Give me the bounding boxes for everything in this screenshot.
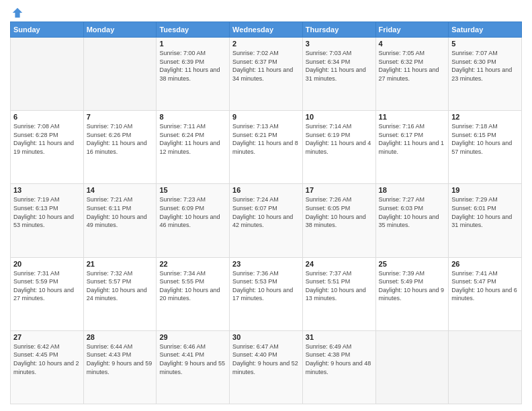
day-number: 3: [306, 40, 373, 48]
day-number: 17: [306, 186, 373, 194]
day-number: 27: [13, 333, 81, 341]
day-number: 12: [451, 113, 519, 121]
calendar-cell: 18Sunrise: 7:27 AMSunset: 6:03 PMDayligh…: [375, 184, 449, 257]
day-number: 7: [87, 113, 154, 121]
day-number: 25: [379, 260, 446, 268]
calendar-cell: 5Sunrise: 7:07 AMSunset: 6:30 PMDaylight…: [449, 38, 522, 111]
calendar-cell: 9Sunrise: 7:13 AMSunset: 6:21 PMDaylight…: [230, 111, 303, 184]
day-info: Sunrise: 6:47 AMSunset: 4:40 PMDaylight:…: [232, 342, 300, 376]
calendar-cell: 11Sunrise: 7:16 AMSunset: 6:17 PMDayligh…: [375, 111, 449, 184]
day-info: Sunrise: 7:37 AMSunset: 5:51 PMDaylight:…: [306, 269, 373, 303]
calendar-cell: 2Sunrise: 7:02 AMSunset: 6:37 PMDaylight…: [230, 38, 303, 111]
day-info: Sunrise: 7:27 AMSunset: 6:03 PMDaylight:…: [379, 195, 446, 229]
svg-marker-0: [13, 8, 22, 17]
weekday-header: Tuesday: [157, 22, 230, 38]
calendar-cell: 16Sunrise: 7:24 AMSunset: 6:07 PMDayligh…: [230, 184, 303, 257]
day-number: 6: [13, 113, 81, 121]
calendar-cell: 25Sunrise: 7:39 AMSunset: 5:49 PMDayligh…: [375, 257, 449, 330]
day-number: 24: [306, 260, 373, 268]
calendar-week-row: 6Sunrise: 7:08 AMSunset: 6:28 PMDaylight…: [11, 111, 522, 184]
calendar-cell: 6Sunrise: 7:08 AMSunset: 6:28 PMDaylight…: [11, 111, 84, 184]
calendar-cell: 30Sunrise: 6:47 AMSunset: 4:40 PMDayligh…: [230, 330, 303, 404]
calendar-cell: 15Sunrise: 7:23 AMSunset: 6:09 PMDayligh…: [157, 184, 230, 257]
day-info: Sunrise: 7:41 AMSunset: 5:47 PMDaylight:…: [451, 269, 519, 303]
calendar-cell: 17Sunrise: 7:26 AMSunset: 6:05 PMDayligh…: [302, 184, 375, 257]
weekday-header: Thursday: [302, 22, 375, 38]
calendar-cell: 21Sunrise: 7:32 AMSunset: 5:57 PMDayligh…: [83, 257, 157, 330]
calendar-cell: 14Sunrise: 7:21 AMSunset: 6:11 PMDayligh…: [83, 184, 157, 257]
day-info: Sunrise: 7:31 AMSunset: 5:59 PMDaylight:…: [13, 269, 81, 303]
calendar-cell: 27Sunrise: 6:42 AMSunset: 4:45 PMDayligh…: [11, 330, 84, 404]
day-info: Sunrise: 7:29 AMSunset: 6:01 PMDaylight:…: [451, 195, 519, 229]
day-number: 16: [232, 186, 300, 194]
day-number: 18: [379, 186, 446, 194]
day-info: Sunrise: 7:16 AMSunset: 6:17 PMDaylight:…: [379, 122, 446, 156]
day-info: Sunrise: 7:03 AMSunset: 6:34 PMDaylight:…: [306, 49, 373, 83]
calendar-cell: 22Sunrise: 7:34 AMSunset: 5:55 PMDayligh…: [157, 257, 230, 330]
day-info: Sunrise: 7:23 AMSunset: 6:09 PMDaylight:…: [159, 195, 226, 229]
calendar-table: SundayMondayTuesdayWednesdayThursdayFrid…: [10, 21, 522, 404]
calendar-cell: 10Sunrise: 7:14 AMSunset: 6:19 PMDayligh…: [302, 111, 375, 184]
calendar-cell: [449, 330, 522, 404]
calendar-cell: 12Sunrise: 7:18 AMSunset: 6:15 PMDayligh…: [449, 111, 522, 184]
day-info: Sunrise: 7:19 AMSunset: 6:13 PMDaylight:…: [13, 195, 81, 229]
day-info: Sunrise: 7:11 AMSunset: 6:24 PMDaylight:…: [159, 122, 226, 156]
calendar-week-row: 20Sunrise: 7:31 AMSunset: 5:59 PMDayligh…: [11, 257, 522, 330]
day-info: Sunrise: 7:10 AMSunset: 6:26 PMDaylight:…: [87, 122, 154, 156]
day-number: 20: [13, 260, 81, 268]
calendar-cell: 8Sunrise: 7:11 AMSunset: 6:24 PMDaylight…: [157, 111, 230, 184]
calendar-week-row: 13Sunrise: 7:19 AMSunset: 6:13 PMDayligh…: [11, 184, 522, 257]
day-number: 10: [306, 113, 373, 121]
day-number: 4: [379, 40, 446, 48]
day-info: Sunrise: 7:08 AMSunset: 6:28 PMDaylight:…: [13, 122, 81, 156]
day-number: 30: [232, 333, 300, 341]
calendar-cell: [83, 38, 157, 111]
day-info: Sunrise: 6:44 AMSunset: 4:43 PMDaylight:…: [87, 342, 154, 376]
day-info: Sunrise: 7:13 AMSunset: 6:21 PMDaylight:…: [232, 122, 300, 156]
calendar-cell: 3Sunrise: 7:03 AMSunset: 6:34 PMDaylight…: [302, 38, 375, 111]
calendar-cell: 1Sunrise: 7:00 AMSunset: 6:39 PMDaylight…: [157, 38, 230, 111]
day-number: 14: [87, 186, 154, 194]
weekday-header: Wednesday: [230, 22, 303, 38]
logo: [10, 7, 24, 19]
weekday-header: Saturday: [449, 22, 522, 38]
day-info: Sunrise: 6:46 AMSunset: 4:41 PMDaylight:…: [159, 342, 226, 376]
calendar-cell: 31Sunrise: 6:49 AMSunset: 4:38 PMDayligh…: [302, 330, 375, 404]
calendar-cell: 29Sunrise: 6:46 AMSunset: 4:41 PMDayligh…: [157, 330, 230, 404]
day-info: Sunrise: 7:07 AMSunset: 6:30 PMDaylight:…: [451, 49, 519, 83]
page: SundayMondayTuesdayWednesdayThursdayFrid…: [0, 0, 532, 411]
day-number: 26: [451, 260, 519, 268]
calendar-week-row: 27Sunrise: 6:42 AMSunset: 4:45 PMDayligh…: [11, 330, 522, 404]
day-info: Sunrise: 7:34 AMSunset: 5:55 PMDaylight:…: [159, 269, 226, 303]
day-info: Sunrise: 6:49 AMSunset: 4:38 PMDaylight:…: [306, 342, 373, 376]
day-info: Sunrise: 7:21 AMSunset: 6:11 PMDaylight:…: [87, 195, 154, 229]
calendar-cell: 24Sunrise: 7:37 AMSunset: 5:51 PMDayligh…: [302, 257, 375, 330]
day-info: Sunrise: 7:26 AMSunset: 6:05 PMDaylight:…: [306, 195, 373, 229]
day-number: 2: [232, 40, 300, 48]
day-info: Sunrise: 7:05 AMSunset: 6:32 PMDaylight:…: [379, 49, 446, 83]
day-info: Sunrise: 7:00 AMSunset: 6:39 PMDaylight:…: [159, 49, 226, 83]
day-info: Sunrise: 7:36 AMSunset: 5:53 PMDaylight:…: [232, 269, 300, 303]
calendar-week-row: 1Sunrise: 7:00 AMSunset: 6:39 PMDaylight…: [11, 38, 522, 111]
day-number: 21: [87, 260, 154, 268]
calendar-cell: 23Sunrise: 7:36 AMSunset: 5:53 PMDayligh…: [230, 257, 303, 330]
calendar-cell: 28Sunrise: 6:44 AMSunset: 4:43 PMDayligh…: [83, 330, 157, 404]
weekday-header: Friday: [375, 22, 449, 38]
calendar-cell: [11, 38, 84, 111]
day-number: 15: [159, 186, 226, 194]
calendar-cell: 20Sunrise: 7:31 AMSunset: 5:59 PMDayligh…: [11, 257, 84, 330]
calendar-cell: [375, 330, 449, 404]
header: [10, 7, 522, 19]
day-number: 1: [159, 40, 226, 48]
day-info: Sunrise: 7:32 AMSunset: 5:57 PMDaylight:…: [87, 269, 154, 303]
day-number: 11: [379, 113, 446, 121]
calendar-cell: 19Sunrise: 7:29 AMSunset: 6:01 PMDayligh…: [449, 184, 522, 257]
day-number: 31: [306, 333, 373, 341]
weekday-header: Monday: [83, 22, 157, 38]
calendar-cell: 4Sunrise: 7:05 AMSunset: 6:32 PMDaylight…: [375, 38, 449, 111]
calendar-cell: 13Sunrise: 7:19 AMSunset: 6:13 PMDayligh…: [11, 184, 84, 257]
day-number: 8: [159, 113, 226, 121]
day-info: Sunrise: 7:39 AMSunset: 5:49 PMDaylight:…: [379, 269, 446, 303]
day-number: 5: [451, 40, 519, 48]
day-info: Sunrise: 7:02 AMSunset: 6:37 PMDaylight:…: [232, 49, 300, 83]
